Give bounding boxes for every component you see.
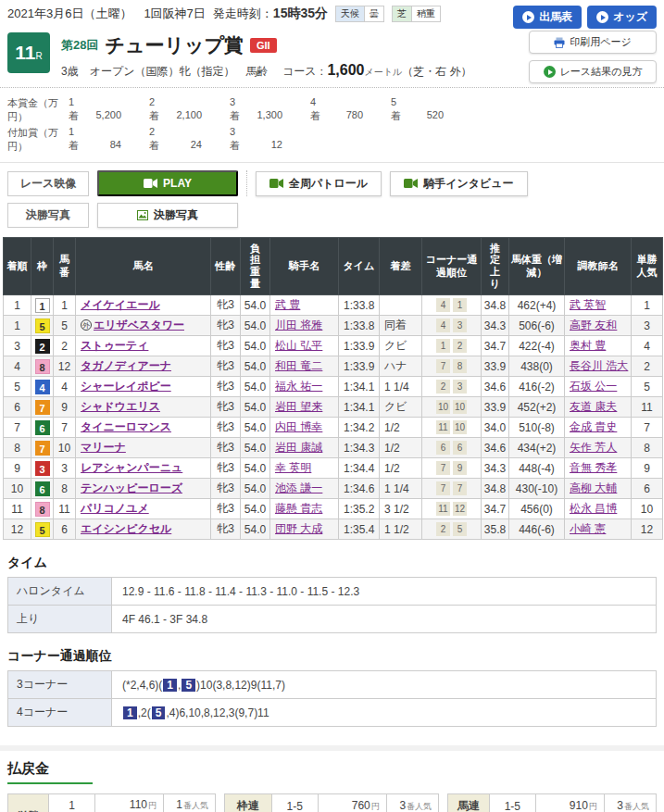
- margin: [380, 295, 422, 316]
- jockey-link[interactable]: 岩田 望来: [275, 400, 322, 413]
- horse-name-link[interactable]: エリザベスタワー: [94, 319, 184, 331]
- prize-rank: 5: [391, 96, 401, 109]
- finish-position: 1: [4, 316, 31, 336]
- corner-position: 3: [453, 319, 467, 332]
- trainer-link[interactable]: 音無 秀孝: [570, 461, 617, 474]
- payout-popularity: 3番人気: [386, 794, 438, 812]
- horse-name-link[interactable]: パリコノユメ: [81, 502, 149, 515]
- topbar: 2021年3月6日（土曜） 1回阪神7日 発走時刻：15時35分 天候 曇 芝 …: [0, 4, 664, 29]
- trainer-link[interactable]: 小崎 憲: [570, 522, 606, 535]
- jockey-interview-button[interactable]: 騎手インタビュー: [390, 171, 527, 196]
- jockey-link[interactable]: 池添 謙一: [275, 481, 322, 494]
- trainer-cell: 矢作 芳人: [565, 438, 632, 458]
- jockey-link[interactable]: 幸 英明: [275, 461, 311, 474]
- race-edition: 第28回: [61, 37, 98, 54]
- result-row: 933レアシャンパーニュ牝354.0幸 英明1:34.41/27934.3448…: [4, 458, 663, 479]
- play-video-button[interactable]: PLAY: [97, 170, 238, 196]
- carried-weight: 54.0: [241, 479, 270, 499]
- horse-weight: 456(0): [509, 499, 565, 519]
- jockey-link[interactable]: 武 豊: [275, 298, 300, 311]
- horse-name-link[interactable]: タガノディアーナ: [81, 359, 171, 372]
- frame-number: 8: [35, 502, 50, 517]
- corner-order-cell: 1112: [422, 499, 482, 519]
- carried-weight: 54.0: [241, 377, 270, 397]
- corner-order-cell: 78: [422, 356, 482, 377]
- trainer-link[interactable]: 金成 貴史: [570, 420, 617, 433]
- corner-row-label: 3コーナー: [8, 671, 112, 699]
- trainer-link[interactable]: 奥村 豊: [570, 339, 606, 352]
- win-popularity: 11: [632, 397, 663, 418]
- prize-amount: 1,300: [247, 109, 282, 125]
- col-margin: 着差: [380, 238, 422, 295]
- finish-photo-button[interactable]: 決勝写真: [97, 203, 238, 228]
- result-row: 4812タガノディアーナ牝354.0和田 竜二1:33.9ハナ7833.9438…: [4, 356, 663, 377]
- trainer-link[interactable]: 松永 昌博: [570, 502, 617, 515]
- horse-name-cell: メイケイエール: [76, 295, 211, 316]
- bet-type-label: 馬連: [448, 794, 490, 812]
- jockey-link[interactable]: 和田 竜二: [275, 359, 322, 372]
- corner-position: 2: [453, 339, 467, 353]
- trainer-link[interactable]: 高野 友和: [570, 319, 617, 331]
- trainer-link[interactable]: 石坂 公一: [570, 380, 617, 393]
- trainer-link[interactable]: 高柳 大輔: [570, 481, 617, 494]
- race-number: 11: [15, 42, 35, 64]
- result-row: 544シャーレイポピー牝354.0福永 祐一1:34.11 1/42334.64…: [4, 377, 663, 397]
- horse-name-link[interactable]: シャーレイポピー: [81, 380, 171, 393]
- horse-name-link[interactable]: ストゥーティ: [81, 339, 148, 352]
- prize-pair: 3着12: [230, 126, 282, 154]
- horse-name-link[interactable]: タイニーロマンス: [81, 420, 171, 433]
- corner-row: 3コーナー(*2,4,6)(1,5)10(3,8,12)9(11,7): [8, 671, 657, 699]
- horse-weight: 448(-4): [509, 458, 565, 479]
- jockey-link[interactable]: 松山 弘平: [275, 339, 322, 352]
- horse-name-link[interactable]: メイケイエール: [81, 298, 160, 311]
- trainer-link[interactable]: 武 英智: [570, 298, 606, 311]
- trainer-link[interactable]: 友道 康夫: [570, 400, 617, 413]
- frame-cell: 7: [31, 397, 54, 418]
- finish-position: 8: [4, 438, 31, 458]
- patrol-video-button[interactable]: 全周パトロール: [256, 171, 382, 196]
- horse-weight: 506(-6): [509, 316, 565, 336]
- horse-name-link[interactable]: マリーナ: [81, 441, 126, 454]
- horse-name-link[interactable]: エイシンピクセル: [81, 522, 171, 535]
- entries-button[interactable]: 出馬表: [513, 6, 582, 29]
- win-popularity: 10: [632, 499, 663, 519]
- finish-position: 6: [4, 397, 31, 418]
- frame-cell: 4: [31, 377, 54, 397]
- prize-amount: 5,200: [86, 109, 121, 125]
- horse-number: 1: [54, 295, 76, 316]
- finish-time: 1:34.6: [339, 479, 380, 499]
- jockey-cell: 武 豊: [270, 295, 339, 316]
- jockey-link[interactable]: 福永 祐一: [275, 380, 322, 393]
- corner-position: 10: [436, 400, 450, 414]
- last-3f: 33.9: [482, 397, 509, 418]
- prize-rank-suffix: 着: [391, 109, 401, 125]
- finish-position: 1: [4, 295, 31, 316]
- jockey-link[interactable]: 内田 博幸: [275, 420, 322, 433]
- highlighted-horse-number: 5: [152, 706, 166, 719]
- finish-time: 1:33.9: [339, 336, 380, 356]
- jockey-link[interactable]: 岩田 康誠: [275, 441, 322, 454]
- trainer-link[interactable]: 長谷川 浩大: [570, 359, 628, 372]
- horse-name-cell: パリコノユメ: [76, 499, 211, 519]
- result-guide-button[interactable]: レース結果の見方: [529, 60, 657, 83]
- odds-button[interactable]: オッズ: [587, 6, 657, 29]
- payout-title: 払戻金: [7, 760, 657, 784]
- margin: 1/2: [380, 458, 422, 479]
- carried-weight: 54.0: [241, 295, 270, 316]
- margin: ハナ: [380, 356, 422, 377]
- jockey-link[interactable]: 川田 将雅: [275, 319, 322, 331]
- horse-name-link[interactable]: レアシャンパーニュ: [81, 461, 182, 474]
- jockey-link[interactable]: 団野 大成: [275, 522, 322, 535]
- finish-position: 9: [4, 458, 31, 479]
- result-row: 8710マリーナ牝354.0岩田 康誠1:34.31/26634.6434(+2…: [4, 438, 663, 458]
- print-page-button[interactable]: 印刷用ページ: [529, 31, 657, 54]
- trainer-link[interactable]: 矢作 芳人: [570, 441, 617, 454]
- jockey-link[interactable]: 藤懸 貴志: [275, 502, 322, 515]
- frame-cell: 3: [31, 458, 54, 479]
- carried-weight: 54.0: [241, 397, 270, 418]
- horse-name-link[interactable]: シャドウエリス: [81, 400, 160, 413]
- horse-name-link[interactable]: テンハッピーローズ: [81, 481, 182, 494]
- payout-tables: 単勝1110円1番人気5240円3番人気複勝1110円1番人気5200円4番人気…: [7, 793, 657, 812]
- horse-name-cell: テンハッピーローズ: [76, 479, 211, 499]
- corner-position: 9: [453, 461, 467, 475]
